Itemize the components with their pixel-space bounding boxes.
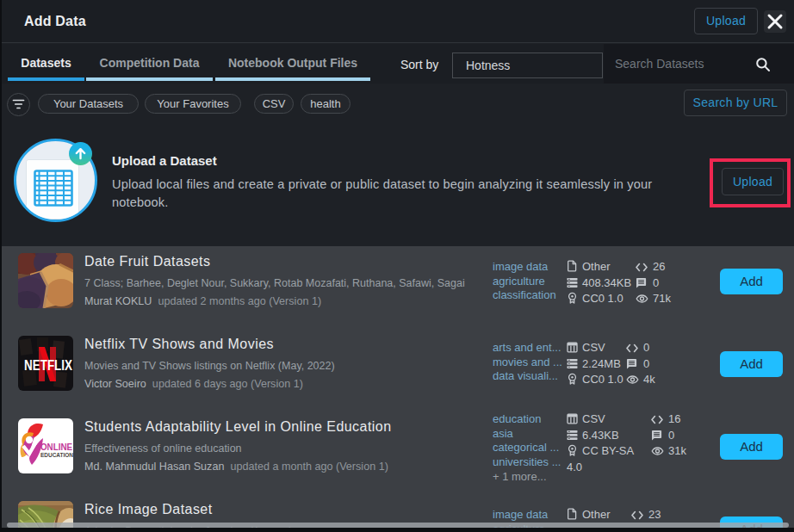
svg-text:EDUCATION: EDUCATION: [40, 452, 73, 458]
svg-text:NETFLIX: NETFLIX: [24, 358, 72, 373]
svg-text:ONLINE: ONLINE: [40, 442, 72, 452]
